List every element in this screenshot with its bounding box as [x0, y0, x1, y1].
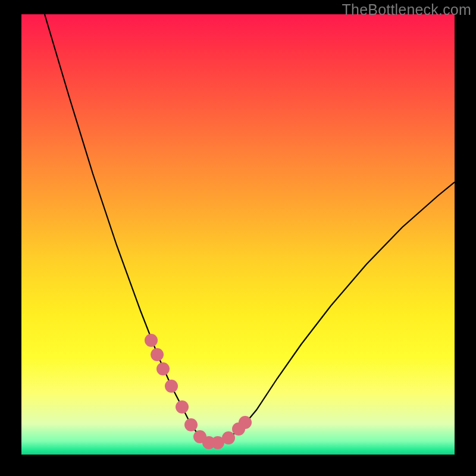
chart-plot-area [21, 14, 455, 455]
highlight-marker [165, 380, 178, 393]
bottleneck-curve [45, 14, 455, 443]
watermark-text: TheBottleneck.com [342, 1, 471, 18]
highlight-marker [156, 362, 170, 375]
highlight-markers [145, 334, 252, 449]
highlight-marker [176, 400, 189, 414]
highlight-marker [222, 431, 235, 444]
highlight-marker [184, 418, 198, 431]
highlight-marker [151, 348, 164, 361]
highlight-marker [239, 416, 252, 429]
highlight-marker [145, 334, 158, 347]
chart-svg [21, 14, 455, 455]
